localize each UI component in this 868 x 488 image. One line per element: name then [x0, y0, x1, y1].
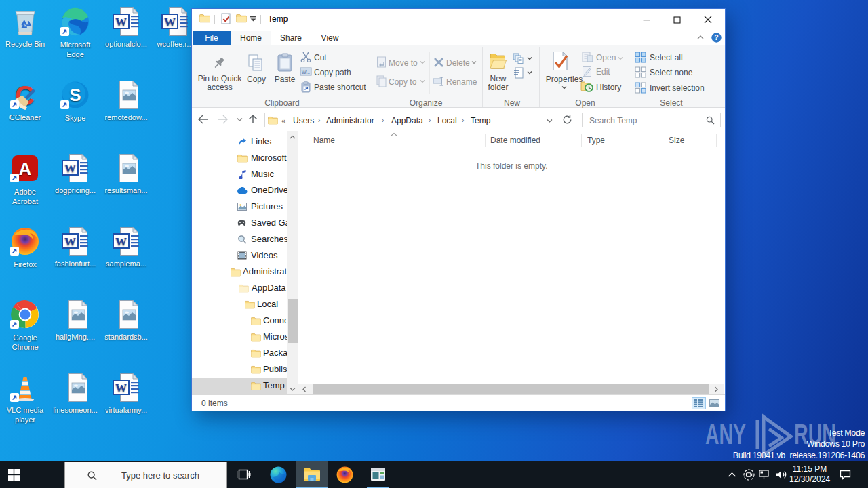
svg-text:S: S — [69, 85, 81, 105]
svg-text:?: ? — [714, 33, 718, 41]
svg-text:ANY: ANY — [705, 418, 746, 450]
svg-text:A: A — [19, 159, 32, 179]
svg-text:W...: W... — [302, 70, 310, 75]
